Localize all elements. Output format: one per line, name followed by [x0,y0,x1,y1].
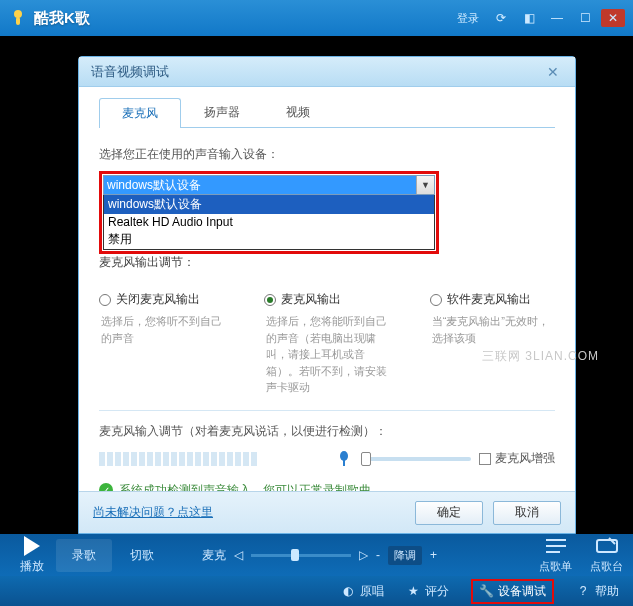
radio-desc: 当“麦克风输出”无效时，选择该项 [430,313,555,346]
app-title: 酷我K歌 [34,9,90,28]
bottom-toolbar: 播放 录歌 切歌 麦克 ◁ ▷ - 降调 + 点歌单 点歌台 ◐ 原唱 [0,534,633,606]
watermark: 三联网 3LIAN.COM [482,348,599,365]
device-select-label: 选择您正在使用的声音输入设备： [99,146,555,163]
mic-output-radios: 关闭麦克风输出 选择后，您将听不到自己的声音 麦克风输出 选择后，您将能听到自己… [99,291,555,396]
radio-mic-on[interactable] [264,294,276,306]
radio-desc: 选择后，您将听不到自己的声音 [99,313,224,346]
mic-level-meter [99,452,327,466]
maximize-icon[interactable]: ☐ [573,9,597,27]
dialog-tabs: 麦克风 扬声器 视频 [99,97,555,128]
list-icon [544,536,568,556]
key-label: 降调 [388,546,422,565]
record-tab[interactable]: 录歌 [56,539,112,572]
hidden-section-label: 麦克风输出调节： [99,254,555,271]
svg-rect-1 [16,17,20,25]
vol-down-icon[interactable]: ◁ [234,548,243,562]
play-icon [24,536,40,556]
help-button[interactable]: ? 帮助 [576,583,619,600]
tab-video[interactable]: 视频 [263,97,333,127]
tab-microphone[interactable]: 麦克风 [99,98,181,128]
svg-rect-3 [343,460,345,466]
star-icon: ★ [406,584,420,598]
songlist-button[interactable]: 点歌单 [539,536,572,574]
login-link[interactable]: 登录 [457,11,479,26]
mic-mini-slider[interactable] [251,554,351,557]
main-content: 语音视频调试 ✕ 麦克风 扬声器 视频 选择您正在使用的声音输入设备： wind… [0,36,633,534]
app-logo-icon [8,8,28,28]
dialog-close-icon[interactable]: ✕ [547,64,563,80]
dialog-title: 语音视频调试 [91,63,169,81]
mic-boost-label: 麦克风增强 [495,450,555,467]
chevron-down-icon[interactable]: ▼ [416,176,434,194]
songdesk-label: 点歌台 [590,559,623,574]
audio-input-device-combo[interactable]: windows默认设备 ▼ [103,175,435,195]
audio-video-debug-dialog: 语音视频调试 ✕ 麦克风 扬声器 视频 选择您正在使用的声音输入设备： wind… [78,56,576,534]
radio-desc: 选择后，您将能听到自己的声音（若电脑出现啸叫，请接上耳机或音箱）。若听不到，请安… [264,313,389,396]
minimize-icon[interactable]: — [545,9,569,27]
slider-thumb[interactable] [291,549,299,561]
device-debug-button[interactable]: 🔧 设备调试 [471,579,554,604]
play-button[interactable]: 播放 [10,536,54,575]
radio-mic-off[interactable] [99,294,111,306]
key-down-button[interactable]: - [376,548,380,562]
microphone-icon [335,450,353,468]
disc-icon: ◐ [341,584,355,598]
songdesk-button[interactable]: 点歌台 [590,536,623,574]
score-button[interactable]: ★ 评分 [406,583,449,600]
refresh-icon[interactable]: ⟳ [489,9,513,27]
slider-thumb[interactable] [361,452,371,466]
divider [99,410,555,411]
mic-volume-slider[interactable] [361,457,471,461]
key-up-button[interactable]: + [430,548,437,562]
close-icon[interactable]: ✕ [601,9,625,27]
dialog-header: 语音视频调试 ✕ [79,57,575,87]
question-icon: ? [576,584,590,598]
play-label: 播放 [20,558,44,575]
cut-tab[interactable]: 切歌 [114,539,170,572]
combo-selected-text: windows默认设备 [107,177,201,194]
svg-rect-6 [546,551,560,553]
mic-input-label: 麦克风输入调节（对着麦克风说话，以便进行检测）： [99,423,555,440]
vol-up-icon[interactable]: ▷ [359,548,368,562]
titlebar: 酷我K歌 登录 ⟳ ◧ — ☐ ✕ [0,0,633,36]
radio-label: 关闭麦克风输出 [116,291,200,308]
help-link[interactable]: 尚未解决问题？点这里 [93,504,213,521]
combo-option[interactable]: Realtek HD Audio Input [104,214,434,230]
radio-label: 麦克风输出 [281,291,341,308]
ok-button[interactable]: 确定 [415,501,483,525]
wrench-icon: 🔧 [479,584,493,598]
songlist-label: 点歌单 [539,559,572,574]
highlight-box: windows默认设备 ▼ windows默认设备 Realtek HD Aud… [99,171,439,254]
svg-rect-5 [546,545,566,547]
combo-dropdown-list: windows默认设备 Realtek HD Audio Input 禁用 [103,195,435,250]
svg-rect-4 [546,539,566,541]
dialog-footer: 尚未解决问题？点这里 确定 取消 [79,491,575,533]
svg-point-0 [14,10,22,18]
tab-speaker[interactable]: 扬声器 [181,97,263,127]
mic-label: 麦克 [202,547,226,564]
combo-option[interactable]: 禁用 [104,230,434,249]
skin-icon[interactable]: ◧ [517,9,541,27]
mic-boost-checkbox[interactable] [479,453,491,465]
radio-label: 软件麦克风输出 [447,291,531,308]
desk-icon [595,536,619,556]
cancel-button[interactable]: 取消 [493,501,561,525]
original-vocal-button[interactable]: ◐ 原唱 [341,583,384,600]
combo-option[interactable]: windows默认设备 [104,195,434,214]
svg-point-2 [340,451,348,461]
radio-mic-soft[interactable] [430,294,442,306]
